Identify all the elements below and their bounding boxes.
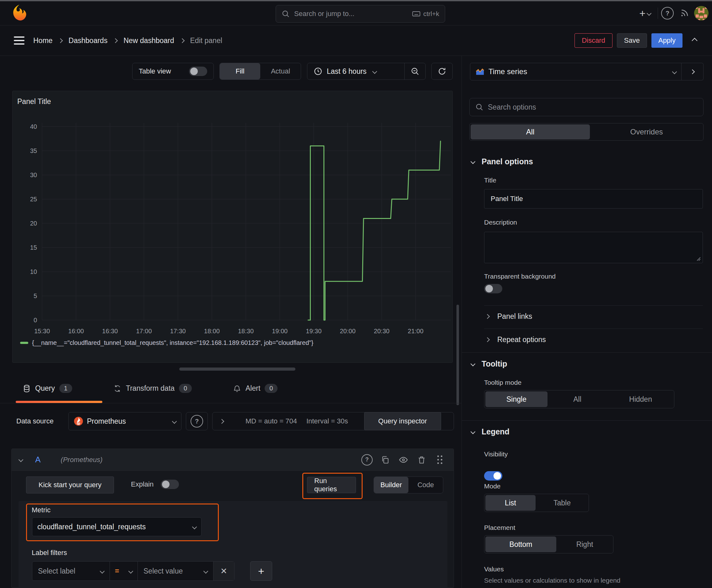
help-button[interactable]: ?: [660, 6, 675, 21]
panel-resize-handle[interactable]: [179, 368, 296, 371]
chevron-right-icon: [485, 314, 490, 319]
select-value-dropdown[interactable]: Select value: [138, 567, 213, 575]
legend-mode-switch: List Table: [484, 494, 589, 512]
plus-icon: +: [258, 565, 264, 577]
legend-mode-list[interactable]: List: [486, 495, 536, 511]
search-icon: [475, 103, 483, 111]
table-view-toggle[interactable]: [189, 67, 207, 76]
resize-handle-icon[interactable]: [696, 257, 701, 261]
legend-mode-table[interactable]: Table: [536, 499, 589, 507]
operator-dropdown[interactable]: =: [110, 567, 137, 575]
explain-toggle[interactable]: [161, 480, 179, 489]
query-editor-card: A (Prometheus) ?: [11, 448, 454, 588]
main-scrollbar[interactable]: [456, 305, 459, 405]
timeseries-chart[interactable]: 051015202530354015:3016:0016:3017:0017:3…: [13, 91, 452, 336]
transparent-bg-toggle[interactable]: [484, 284, 502, 293]
breadcrumb: Home Dashboards New dashboard Edit panel: [33, 37, 222, 45]
panel-preview: Panel Title 051015202530354015:3016:0016…: [12, 91, 453, 363]
breadcrumb-dashboards[interactable]: Dashboards: [68, 37, 107, 45]
datasource-picker[interactable]: Prometheus: [68, 412, 181, 430]
tab-query[interactable]: Query 1: [23, 384, 72, 393]
grafana-logo[interactable]: [11, 4, 28, 21]
kick-start-button[interactable]: Kick start your query: [26, 477, 114, 493]
actual-option[interactable]: Actual: [260, 63, 301, 80]
code-option[interactable]: Code: [408, 477, 443, 493]
repeat-options-header[interactable]: Repeat options: [486, 335, 546, 344]
chevron-right-icon: [485, 337, 490, 342]
trash-icon: [417, 456, 426, 464]
legend-visibility-toggle[interactable]: [484, 471, 502, 481]
svg-text:35: 35: [30, 147, 37, 154]
remove-filter-button[interactable]: ✕: [214, 562, 234, 581]
apply-button[interactable]: Apply: [651, 33, 683, 48]
description-textarea[interactable]: [484, 232, 703, 263]
query-row-header[interactable]: A (Prometheus) ?: [12, 449, 454, 471]
user-avatar[interactable]: [694, 6, 709, 21]
builder-option[interactable]: Builder: [374, 477, 408, 493]
breadcrumb-home[interactable]: Home: [33, 37, 52, 45]
top-nav: Search or jump to... ctrl+k + ?: [0, 1, 712, 25]
legend-header[interactable]: Legend: [471, 427, 510, 436]
panel-options-header[interactable]: Panel options: [471, 157, 533, 166]
label-filters-label: Label filters: [32, 549, 67, 557]
tooltip-mode-all[interactable]: All: [547, 395, 607, 404]
metric-value: cloudflared_tunnel_total_requests: [37, 523, 189, 531]
search-shortcut: ctrl+k: [423, 10, 439, 18]
discard-button[interactable]: Discard: [575, 33, 612, 48]
legend-mode-label: Mode: [484, 482, 501, 490]
legend-placement-right[interactable]: Right: [556, 540, 613, 549]
tab-alert-label: Alert: [245, 384, 260, 393]
global-search[interactable]: Search or jump to... ctrl+k: [276, 5, 445, 23]
query-datasource-hint: (Prometheus): [61, 456, 102, 464]
transform-count-badge: 0: [179, 384, 192, 393]
duplicate-query-button[interactable]: [379, 454, 391, 466]
query-help-button[interactable]: ?: [361, 454, 373, 466]
save-button[interactable]: Save: [617, 33, 647, 48]
zoom-out-button[interactable]: [405, 67, 425, 76]
tab-transform[interactable]: Transform data 0: [113, 384, 192, 393]
tab-overrides[interactable]: Overrides: [590, 128, 703, 136]
plus-icon: +: [640, 7, 646, 19]
time-range-button[interactable]: Last 6 hours: [307, 67, 404, 76]
chevron-down-icon: [672, 69, 677, 74]
svg-text:19:30: 19:30: [306, 328, 322, 335]
legend-series-label[interactable]: {__name__="cloudflared_tunnel_total_requ…: [32, 339, 313, 346]
chevron-down-icon: [471, 361, 476, 366]
toggle-visibility-button[interactable]: [397, 454, 410, 466]
breadcrumb-new-dashboard[interactable]: New dashboard: [123, 37, 174, 45]
timeseries-viz-icon: [475, 67, 485, 76]
query-options-bar: MD = auto = 704 Interval = 30s Query ins…: [212, 412, 454, 430]
menu-toggle[interactable]: [14, 37, 24, 45]
tooltip-header[interactable]: Tooltip: [471, 359, 507, 369]
metric-select[interactable]: cloudflared_tunnel_total_requests: [32, 517, 201, 536]
panel-links-header[interactable]: Panel links: [486, 312, 532, 321]
legend-placement-bottom[interactable]: Bottom: [486, 537, 556, 552]
collapse-options-button[interactable]: [682, 63, 704, 80]
visualization-picker[interactable]: Time series: [470, 63, 682, 80]
datasource-help-button[interactable]: ?: [186, 412, 208, 430]
title-field-label: Title: [484, 176, 496, 184]
options-search[interactable]: Search options: [469, 98, 704, 116]
title-input[interactable]: Panel Title: [484, 189, 703, 209]
tab-alert[interactable]: Alert 0: [233, 384, 278, 393]
delete-query-button[interactable]: [415, 454, 428, 466]
drag-query-handle[interactable]: [434, 454, 446, 466]
builder-code-switch: Builder Code: [373, 477, 443, 493]
select-label-dropdown[interactable]: Select label: [33, 567, 110, 575]
tab-all[interactable]: All: [471, 124, 590, 140]
query-inspector-button[interactable]: Query inspector: [364, 412, 441, 430]
help-icon: ?: [191, 415, 203, 427]
datasource-name: Prometheus: [87, 417, 169, 426]
refresh-button[interactable]: [431, 63, 453, 80]
collapse-header-button[interactable]: [687, 33, 702, 48]
tooltip-mode-single[interactable]: Single: [486, 391, 547, 407]
add-button[interactable]: +: [634, 6, 656, 21]
collapse-query-icon[interactable]: [19, 457, 24, 462]
tooltip-mode-hidden[interactable]: Hidden: [607, 395, 674, 404]
run-queries-button[interactable]: Run queries: [307, 477, 356, 493]
news-button[interactable]: [677, 6, 692, 21]
expand-options-icon[interactable]: [219, 419, 224, 424]
panel-links-label: Panel links: [497, 312, 532, 321]
fill-option[interactable]: Fill: [220, 63, 260, 80]
add-filter-button[interactable]: +: [250, 561, 272, 581]
